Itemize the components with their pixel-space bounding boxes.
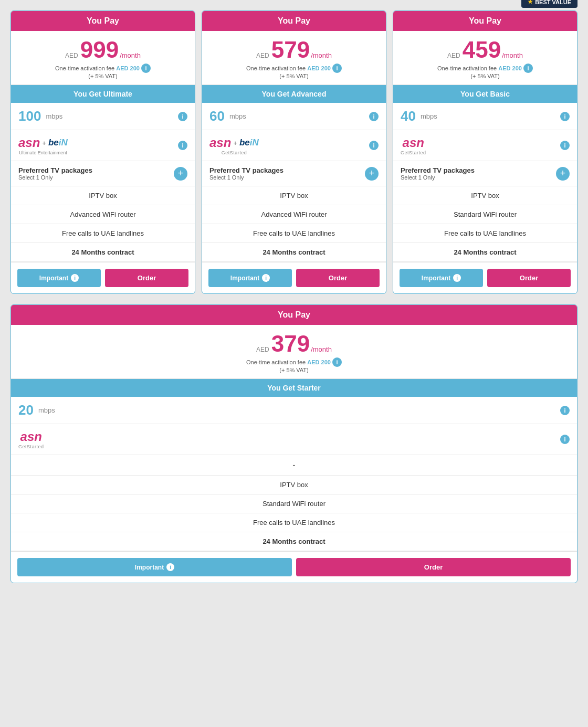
activation-label-ultimate: One-time activation fee [55,65,114,71]
order-btn-advanced[interactable]: Order [296,269,380,287]
price-line-ultimate: AED 999 /month [16,38,190,61]
osn-brand-basic: asn GetStarted [401,135,426,155]
speed-row-ultimate: 100 mbps i [11,103,195,130]
osn-logo-text-ultimate: asn [18,135,40,150]
preferred-tv-plus-btn-basic[interactable]: + [556,167,570,181]
you-pay-label-advanced: You Pay [278,16,310,25]
activation-info-icon-starter[interactable]: i [332,357,342,367]
wifi-label-starter: Standard WiFi router [18,500,570,508]
tv-brand-row-ultimate: asn + beiN Ultimate Entertainment i [11,130,195,161]
speed-left-basic: 40 mbps [401,108,560,124]
osn-logo-text-advanced: asn [209,135,231,150]
card-header-advanced: You Pay [202,11,386,31]
important-btn-advanced[interactable]: Important i [208,269,292,287]
preferred-tv-text-advanced: Preferred TV packages Select 1 Only [209,166,284,181]
tv-brand-info-icon-advanced[interactable]: i [369,141,379,150]
tv-brand-info-icon-ultimate[interactable]: i [178,141,187,150]
contract-row-basic: 24 Months contract [393,243,577,262]
price-amount-starter: 379 [271,332,310,355]
bottom-cards-row: You Pay AED 379 /month One-time activati… [10,304,578,583]
important-info-icon-advanced: i [262,274,270,282]
speed-left-ultimate: 100 mbps [18,108,178,124]
preferred-tv-row-ultimate: Preferred TV packages Select 1 Only + [11,161,195,186]
contract-row-ultimate: 24 Months contract [11,243,195,262]
you-pay-label-starter: You Pay [278,310,310,319]
tv-sub-advanced: GetStarted [222,150,247,155]
speed-info-icon-basic[interactable]: i [560,112,570,121]
vat-starter: (+ 5% VAT) [16,367,572,373]
currency-ultimate: AED [65,52,78,59]
vat-advanced: (+ 5% VAT) [207,73,381,79]
activation-info-icon-advanced[interactable]: i [332,64,342,73]
osn-brand-starter: asn GetStarted [18,429,44,449]
preferred-tv-left-basic: Preferred TV packages Select 1 Only [401,166,556,181]
preferred-tv-text-ultimate: Preferred TV packages Select 1 Only [18,166,92,181]
price-line-basic: AED 459 /month [398,38,572,61]
order-btn-starter[interactable]: Order [296,558,571,576]
preferred-tv-plus-btn-advanced[interactable]: + [365,167,379,181]
preferred-tv-left-ultimate: Preferred TV packages Select 1 Only [18,166,174,181]
tv-sub-ultimate: Ultimate Entertainment [19,150,67,155]
preferred-tv-row-advanced: Preferred TV packages Select 1 Only + [202,161,386,186]
wifi-row-starter: Standard WiFi router [11,494,577,513]
iptv-row-starter: IPTV box [11,476,577,494]
vat-ultimate: (+ 5% VAT) [16,73,190,79]
tv-brand-left-advanced: asn + beiN GetStarted [209,135,369,155]
preferred-tv-sub-ultimate: Select 1 Only [18,174,92,181]
iptv-label-ultimate: IPTV box [18,192,187,199]
important-btn-basic[interactable]: Important i [400,269,483,287]
osn-bein-logo-ultimate: asn + beiN [18,135,68,150]
tv-brand-info-icon-starter[interactable]: i [560,435,570,444]
important-info-icon-basic: i [453,274,461,282]
contract-row-advanced: 24 Months contract [202,243,386,262]
tv-brand-left-ultimate: asn + beiN Ultimate Entertainment [18,135,178,155]
activation-value-ultimate: AED 200 [116,65,140,71]
calls-row-starter: Free calls to UAE landlines [11,513,577,532]
card-header-ultimate: You Pay [11,11,195,31]
important-btn-starter[interactable]: Important i [17,558,292,576]
preferred-tv-plus-btn-ultimate[interactable]: + [174,167,187,181]
wifi-label-basic: Standard WiFi router [401,210,570,218]
card-wrapper-starter: You Pay AED 379 /month One-time activati… [10,304,578,583]
osn-logo-text-basic: asn [403,135,424,150]
speed-info-icon-ultimate[interactable]: i [178,112,187,121]
calls-row-ultimate: Free calls to UAE landlines [11,224,195,243]
contract-row-starter: 24 Months contract [11,532,577,551]
contract-label-starter: 24 Months contract [18,538,570,545]
calls-row-basic: Free calls to UAE landlines [393,224,577,243]
order-btn-basic[interactable]: Order [487,269,571,287]
footer-ultimate: Important i Order [11,262,195,293]
iptv-label-advanced: IPTV box [209,192,379,199]
tv-sub-basic: GetStarted [401,150,426,155]
card-header-starter: You Pay [11,305,577,325]
currency-basic: AED [447,52,460,59]
activation-fee-starter: One-time activation fee AED 200 i [16,357,572,367]
tv-brand-info-icon-basic[interactable]: i [560,141,570,150]
preferred-tv-sub-advanced: Select 1 Only [209,174,284,181]
activation-info-icon-ultimate[interactable]: i [141,64,151,73]
footer-starter: Important i Order [11,551,577,583]
no-preferred-row-starter: - [11,455,577,476]
order-btn-ultimate[interactable]: Order [105,269,188,287]
you-pay-label-basic: You Pay [469,16,501,25]
preferred-tv-text-basic: Preferred TV packages Select 1 Only [401,166,475,181]
price-section-basic: AED 459 /month One-time activation fee A… [393,31,577,85]
price-amount-basic: 459 [463,38,501,61]
card-starter: You Pay AED 379 /month One-time activati… [10,304,578,583]
activation-info-icon-basic[interactable]: i [523,64,533,73]
important-btn-ultimate[interactable]: Important i [17,269,101,287]
you-pay-label-ultimate: You Pay [87,16,119,25]
important-info-icon-starter: i [166,563,174,571]
osn-brand-advanced: asn + beiN GetStarted [209,135,259,155]
price-amount-advanced: 579 [271,38,310,61]
bein-text-ultimate: beiN [48,138,68,148]
preferred-tv-left-advanced: Preferred TV packages Select 1 Only [209,166,365,181]
price-month-ultimate: /month [120,51,141,59]
price-amount-ultimate: 999 [80,38,119,61]
preferred-tv-sub-basic: Select 1 Only [401,174,475,181]
speed-info-icon-starter[interactable]: i [560,406,570,415]
activation-fee-ultimate: One-time activation fee AED 200 i [16,64,190,73]
tv-sub-starter: GetStarted [18,444,44,449]
price-month-basic: /month [502,51,523,59]
speed-info-icon-advanced[interactable]: i [369,112,379,121]
